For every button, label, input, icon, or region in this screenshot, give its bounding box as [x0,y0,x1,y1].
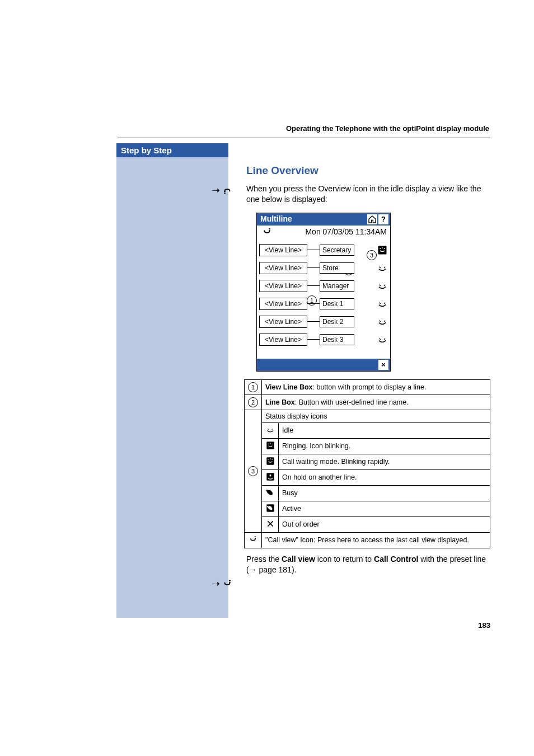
view-line-button[interactable]: <View Line> [259,280,307,292]
help-icon[interactable]: ? [378,214,388,224]
header-divider [118,138,490,138]
legend-text-1: View Line Box: button with prompt to dis… [262,379,490,395]
legend-status-out: Out of order [279,516,490,532]
screen-titlebar: Multiline ? [257,213,390,226]
legend-status-callwait: Call waiting mode. Blinking rapidly. [279,454,490,469]
svg-rect-4 [266,442,274,449]
phone-ringing-icon [377,245,388,256]
connector-line [307,303,320,304]
legend-num-3: 3 [245,410,262,532]
closing-paragraph: Press the Call view icon to return to Ca… [246,554,490,575]
legend-text-2: Line Box: Button with user-defined line … [262,395,490,410]
line-row: <View Line> Store [259,259,388,277]
view-line-button[interactable]: <View Line> [259,334,307,346]
line-name-button[interactable]: Secretary [320,245,354,256]
view-line-button[interactable]: <View Line> [259,244,307,256]
legend-status-ringing: Ringing. Icon blinking. [279,438,490,454]
line-row: <View Line> Desk 2 [259,313,388,331]
legend-callview-row: "Call view" Icon: Press here to access t… [262,532,490,548]
line-name-button[interactable]: Store [320,262,354,274]
svg-rect-7 [269,475,271,476]
connector-line [307,321,320,322]
phone-idle-icon [262,422,279,438]
line-name-button[interactable]: Desk 1 [320,298,354,309]
legend-num-2: 2 [245,395,262,410]
out-of-order-icon [262,516,279,532]
legend-status-idle: Idle [279,422,490,438]
close-icon[interactable]: × [378,360,388,370]
connector-line [307,339,320,340]
line-row: <View Line> Desk 1 [259,295,388,313]
overview-icon [222,185,232,195]
intro-paragraph: When you press the Overview icon in the … [246,184,490,205]
line-name-button[interactable]: Desk 3 [320,334,354,345]
line-row: <View Line> Desk 3 [259,331,388,349]
margin-callview-icon: ➝ [193,579,232,589]
phone-idle-icon [377,298,388,309]
section-heading: Line Overview [246,165,490,177]
view-line-button[interactable]: <View Line> [259,298,307,310]
legend-status-busy: Busy [279,485,490,501]
phone-idle-icon [377,262,388,274]
home-icon[interactable] [367,214,377,224]
phone-idle-icon [377,316,388,327]
svg-point-0 [224,191,225,192]
call-view-button[interactable] [257,227,277,237]
call-view-icon [262,227,272,237]
line-name-button[interactable]: Desk 2 [320,316,354,327]
svg-point-9 [255,538,256,539]
screen-datetime: Mon 07/03/05 11:34AM [277,227,390,236]
connector-line [307,250,320,250]
phone-busy-icon [262,485,279,501]
connector-line [307,267,320,268]
phone-idle-icon [377,280,388,292]
phone-hold-icon [262,469,279,485]
view-line-button[interactable]: <View Line> [259,316,307,328]
screen-title: Multiline [257,213,367,226]
phone-callwait-icon [262,454,279,469]
phone-screen: Multiline ? Mon 07/03/05 11:34AM [256,213,391,372]
view-line-button[interactable]: <View Line> [259,262,307,274]
legend-table: 1 View Line Box: button with prompt to d… [244,379,490,548]
legend-num-1: 1 [245,379,262,395]
phone-idle-icon [377,334,388,345]
step-sidebar-title: Step by Step [116,143,228,157]
margin-overview-icon: ➝ [193,185,232,195]
line-row: <View Line> Manager [259,277,388,295]
line-name-button[interactable]: Manager [320,280,354,292]
legend-status-active: Active [279,501,490,516]
phone-active-icon [262,501,279,516]
connector-line [307,285,320,286]
running-header: Operating the Telephone with the optiPoi… [286,124,489,133]
call-view-icon [245,532,262,548]
svg-point-2 [269,230,270,231]
lines-list: 3 2 1 <View Line> Secretary <View Line> … [257,239,390,359]
svg-point-1 [229,582,230,583]
phone-ringing-icon [262,438,279,454]
legend-status-hold: On hold on another line. [279,469,490,485]
legend-status-header: Status display icons [262,410,490,422]
page-number: 183 [478,621,490,630]
step-sidebar: Step by Step [116,143,228,618]
screen-footer: × [257,359,390,371]
call-view-icon [222,579,232,589]
line-row: <View Line> Secretary [259,241,388,259]
